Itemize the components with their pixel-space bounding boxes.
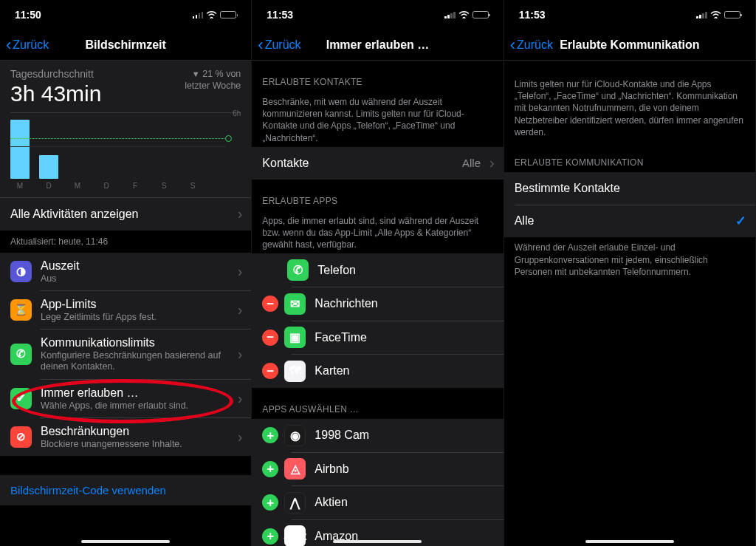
choose-header: APPS AUSWÄHLEN … <box>252 388 503 419</box>
back-button[interactable]: ‹ Zurück <box>504 37 553 53</box>
check-shield-icon: ✔ <box>10 388 32 409</box>
back-button[interactable]: ‹ Zurück <box>0 37 49 53</box>
chart-days: MDMDFSS <box>10 179 241 191</box>
avg-label: Tagesdurchschnitt <box>10 68 101 80</box>
pct-change: ▼ 21 % von letzter Woche <box>185 68 241 92</box>
down-arrow-icon: ▼ <box>192 69 200 78</box>
checkmark-icon: ✓ <box>735 213 746 229</box>
hourglass-icon: ⏳ <box>10 299 32 321</box>
add-button[interactable]: + <box>262 427 278 443</box>
screen-bildschirmzeit: 11:50 ‹ Zurück Bildschirmzeit Tagesdurch… <box>0 0 252 546</box>
maps-app-icon: 🗺 <box>284 361 306 382</box>
contacts-header: ERLAUBTE KONTAKTE <box>252 61 503 92</box>
airbnb-app-icon: ◬ <box>284 458 306 480</box>
clock: 11:53 <box>267 9 293 21</box>
apps-header: ERLAUBTE APPS <box>252 180 503 211</box>
chevron-right-icon: › <box>238 301 243 318</box>
contacts-row[interactable]: Kontakte Alle › <box>252 147 503 180</box>
battery-icon <box>220 11 236 18</box>
nosign-icon: ⊘ <box>10 426 32 448</box>
menu-comm-limits[interactable]: ✆ KommunikationslimitsKonfiguriere Besch… <box>0 330 251 379</box>
remove-button[interactable]: − <box>262 330 278 346</box>
contacts-desc: Beschränke, mit wem du während der Ausze… <box>252 92 503 147</box>
app-row-nachrichten[interactable]: − ✉ Nachrichten <box>252 287 503 321</box>
chevron-left-icon: ‹ <box>258 37 263 53</box>
chevron-right-icon: › <box>238 263 243 280</box>
option-all[interactable]: Alle ✓ <box>504 205 755 237</box>
screen-erlaubte-kommunikation: 11:53 ‹ Zurück Erlaubte Kommunikation Li… <box>504 0 756 546</box>
section-header: ERLAUBTE KOMMUNIKATION <box>504 141 755 172</box>
downtime-icon: ◑ <box>10 261 32 282</box>
messages-app-icon: ✉ <box>284 293 306 315</box>
add-button[interactable]: + <box>262 461 278 477</box>
home-indicator[interactable] <box>81 540 170 544</box>
people-icon: ✆ <box>10 344 32 365</box>
apps-desc: Apps, die immer erlaubt sind, sind währe… <box>252 211 503 254</box>
chevron-right-icon: › <box>238 390 243 407</box>
app-row-telefon[interactable]: ✆ Telefon <box>252 253 503 287</box>
status-bar: 11:53 <box>252 0 503 30</box>
menu-immer-erlauben[interactable]: ✔ Immer erlauben …Wähle Apps, die immer … <box>0 380 251 418</box>
usage-summary: Tagesdurchschnitt 3h 43min ▼ 21 % von le… <box>0 61 251 197</box>
chevron-right-icon: › <box>489 154 495 171</box>
intro-text: Limits gelten nur für iCloud-Kontakte un… <box>504 61 755 141</box>
usage-chart: 6h <box>10 112 241 179</box>
chevron-right-icon: › <box>238 346 243 363</box>
cellular-icon <box>696 11 707 18</box>
screen-immer-erlauben: 11:53 ‹ Zurück Immer erlauben … ERLAUBTE… <box>252 0 504 546</box>
content[interactable]: Tagesdurchschnitt 3h 43min ▼ 21 % von le… <box>0 61 251 546</box>
menu-app-limits[interactable]: ⏳ App-LimitsLege Zeitlimits für Apps fes… <box>0 291 251 330</box>
app-row-karten[interactable]: − 🗺 Karten <box>252 355 503 388</box>
status-bar: 11:50 <box>0 0 251 30</box>
chevron-left-icon: ‹ <box>6 37 11 53</box>
clock: 11:50 <box>15 9 41 21</box>
battery-icon <box>724 11 740 18</box>
choose-apps-group: + ◉ 1998 Cam + ◬ Airbnb + ⋀ Aktien + amz… <box>252 419 503 546</box>
add-button[interactable]: + <box>262 494 278 511</box>
stocks-app-icon: ⋀ <box>284 492 306 513</box>
option-specific-contacts[interactable]: Bestimmte Kontakte <box>504 172 755 205</box>
wifi-icon <box>710 10 721 20</box>
add-button[interactable]: + <box>262 528 278 545</box>
wifi-icon <box>206 10 217 20</box>
facetime-app-icon: ▣ <box>284 327 306 348</box>
status-bar: 11:53 <box>504 0 755 30</box>
chevron-right-icon: › <box>238 429 243 446</box>
amazon-app-icon: amz <box>284 525 306 546</box>
chart-bar <box>10 120 30 179</box>
cellular-icon <box>193 11 204 18</box>
use-code-link[interactable]: Bildschirmzeit-Code verwenden <box>0 475 251 505</box>
nav-bar: ‹ Zurück Erlaubte Kommunikation <box>504 30 755 61</box>
back-button[interactable]: ‹ Zurück <box>252 37 300 53</box>
show-all-activity[interactable]: Alle Aktivitäten anzeigen › <box>0 198 251 231</box>
chevron-left-icon: ‹ <box>510 37 515 53</box>
remove-button[interactable]: − <box>262 296 278 312</box>
clock: 11:53 <box>519 9 546 21</box>
app-row-airbnb[interactable]: + ◬ Airbnb <box>252 452 503 485</box>
home-indicator[interactable] <box>585 540 674 544</box>
allowed-apps-group: ✆ Telefon − ✉ Nachrichten − ▣ FaceTime −… <box>252 253 503 388</box>
cellular-icon <box>444 11 456 18</box>
footer-text: Während der Auszeit erlaube Einzel- und … <box>504 237 755 281</box>
menu-restrictions[interactable]: ⊘ BeschränkungenBlockiere unangemessene … <box>0 418 251 457</box>
app-row-1998cam[interactable]: + ◉ 1998 Cam <box>252 419 503 452</box>
app-row-aktien[interactable]: + ⋀ Aktien <box>252 486 503 519</box>
content[interactable]: Limits gelten nur für iCloud-Kontakte un… <box>504 61 755 546</box>
phone-app-icon: ✆ <box>287 259 309 281</box>
remove-button[interactable]: − <box>262 363 278 379</box>
content[interactable]: ERLAUBTE KONTAKTE Beschränke, mit wem du… <box>252 61 503 546</box>
nav-bar: ‹ Zurück Immer erlauben … <box>252 30 503 61</box>
chart-bar <box>39 155 58 179</box>
battery-icon <box>472 11 489 18</box>
menu-auszeit[interactable]: ◑ AuszeitAus › <box>0 253 251 291</box>
home-indicator[interactable] <box>333 540 422 544</box>
app-row-facetime[interactable]: − ▣ FaceTime <box>252 321 503 354</box>
avg-value: 3h 43min <box>10 81 101 106</box>
chevron-right-icon: › <box>238 205 243 222</box>
wifi-icon <box>458 10 470 20</box>
nav-bar: ‹ Zurück Bildschirmzeit <box>0 30 251 61</box>
1998cam-app-icon: ◉ <box>284 425 306 446</box>
updated-label: Aktualisiert: heute, 11:46 <box>0 231 251 253</box>
settings-group: ◑ AuszeitAus › ⏳ App-LimitsLege Zeitlimi… <box>0 253 251 457</box>
